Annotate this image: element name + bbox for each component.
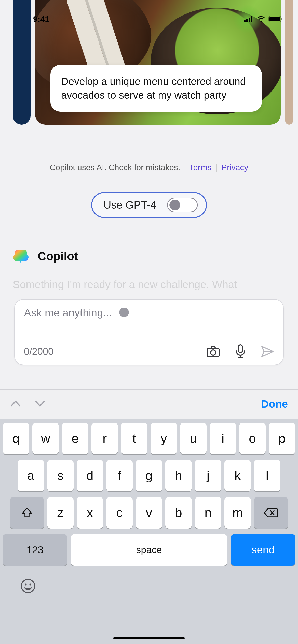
svg-point-8 xyxy=(211,350,216,355)
key-send[interactable]: send xyxy=(231,534,295,566)
home-indicator[interactable] xyxy=(113,637,185,639)
copilot-logo-icon xyxy=(13,248,29,264)
prev-field-button[interactable] xyxy=(10,400,21,408)
copilot-title: Copilot xyxy=(38,249,78,263)
gpt4-toggle-pill[interactable]: Use GPT-4 xyxy=(91,192,207,218)
battery-icon xyxy=(268,16,283,22)
ai-disclaimer-text: Copilot uses AI. Check for mistakes. xyxy=(50,163,180,172)
svg-rect-0 xyxy=(244,20,246,22)
key-q[interactable]: q xyxy=(3,423,29,454)
divider-icon xyxy=(216,164,217,172)
copilot-heading-row: Copilot xyxy=(13,248,78,264)
key-z[interactable]: z xyxy=(47,497,74,529)
microphone-icon xyxy=(266,578,278,594)
key-w[interactable]: w xyxy=(32,423,59,454)
keyboard-accessory-bar: Done xyxy=(0,389,298,419)
suggestion-text: Develop a unique menu centered around av… xyxy=(61,76,246,101)
key-t[interactable]: t xyxy=(121,423,147,454)
backspace-icon xyxy=(264,508,278,518)
status-time: 9:41 xyxy=(33,14,49,24)
key-k[interactable]: k xyxy=(224,460,251,491)
key-p[interactable]: p xyxy=(269,423,295,454)
compose-input-panel[interactable]: Ask me anything... 0/2000 xyxy=(14,299,284,365)
key-y[interactable]: y xyxy=(151,423,177,454)
emoji-keyboard-button[interactable] xyxy=(20,578,36,597)
gpt4-switch[interactable] xyxy=(167,198,198,212)
keyboard-row-2: a s d f g h j k l xyxy=(3,460,295,491)
ai-disclaimer-row: Copilot uses AI. Check for mistakes. Ter… xyxy=(0,163,298,172)
char-counter: 0/2000 xyxy=(24,346,53,357)
keyboard-row-5 xyxy=(3,568,295,597)
terms-link[interactable]: Terms xyxy=(189,163,211,172)
cellular-icon xyxy=(244,16,254,22)
key-h[interactable]: h xyxy=(165,460,192,491)
assistant-intro-text: Something I'm ready for a new challenge.… xyxy=(13,279,285,291)
key-v[interactable]: v xyxy=(136,497,162,529)
wifi-icon xyxy=(257,16,265,22)
key-b[interactable]: b xyxy=(165,497,192,529)
suggestion-text-bubble[interactable]: Develop a unique menu centered around av… xyxy=(50,65,262,112)
camera-button[interactable] xyxy=(206,345,220,358)
key-s[interactable]: s xyxy=(47,460,74,491)
key-e[interactable]: e xyxy=(62,423,88,454)
key-space[interactable]: space xyxy=(71,534,227,566)
svg-rect-6 xyxy=(281,18,282,20)
svg-rect-5 xyxy=(269,17,280,21)
keyboard-row-3: z x c v b n m xyxy=(3,497,295,529)
key-i[interactable]: i xyxy=(210,423,236,454)
key-a[interactable]: a xyxy=(18,460,44,491)
chevron-up-icon xyxy=(10,400,21,407)
key-backspace[interactable] xyxy=(254,497,288,529)
key-f[interactable]: f xyxy=(106,460,133,491)
svg-rect-2 xyxy=(249,18,250,22)
key-r[interactable]: r xyxy=(91,423,118,454)
chevron-down-icon xyxy=(35,400,45,407)
svg-rect-9 xyxy=(238,345,242,353)
key-j[interactable]: j xyxy=(195,460,221,491)
key-g[interactable]: g xyxy=(136,460,162,491)
send-icon xyxy=(261,345,274,358)
microphone-button[interactable] xyxy=(235,344,246,359)
key-l[interactable]: l xyxy=(254,460,280,491)
key-c[interactable]: c xyxy=(106,497,133,529)
gpt4-label: Use GPT-4 xyxy=(103,199,156,211)
camera-icon xyxy=(206,345,220,358)
svg-point-12 xyxy=(30,584,31,586)
svg-point-10 xyxy=(21,579,35,593)
keyboard-row-4: 123 space send xyxy=(3,534,295,566)
caret-indicator-icon xyxy=(119,308,129,317)
on-screen-keyboard: q w e r t y u i o p a s d f g h j k l z … xyxy=(0,419,298,644)
switch-knob-icon xyxy=(169,200,180,210)
status-bar: 9:41 xyxy=(0,0,298,31)
keyboard-row-1: q w e r t y u i o p xyxy=(3,423,295,454)
key-d[interactable]: d xyxy=(77,460,103,491)
svg-rect-1 xyxy=(246,19,248,22)
microphone-icon xyxy=(235,344,246,359)
compose-input[interactable]: Ask me anything... xyxy=(24,307,112,319)
key-x[interactable]: x xyxy=(77,497,103,529)
keyboard-done-button[interactable]: Done xyxy=(261,398,288,410)
send-button[interactable] xyxy=(261,345,274,358)
svg-rect-3 xyxy=(251,16,252,22)
key-m[interactable]: m xyxy=(224,497,251,529)
shift-icon xyxy=(21,507,33,518)
key-o[interactable]: o xyxy=(239,423,266,454)
status-icons xyxy=(244,16,283,22)
privacy-link[interactable]: Privacy xyxy=(222,163,248,172)
svg-point-11 xyxy=(25,584,27,586)
key-u[interactable]: u xyxy=(180,423,207,454)
emoji-icon xyxy=(20,578,36,594)
key-n[interactable]: n xyxy=(195,497,221,529)
key-numeric[interactable]: 123 xyxy=(3,534,67,566)
key-shift[interactable] xyxy=(10,497,44,529)
next-field-button[interactable] xyxy=(35,400,45,408)
